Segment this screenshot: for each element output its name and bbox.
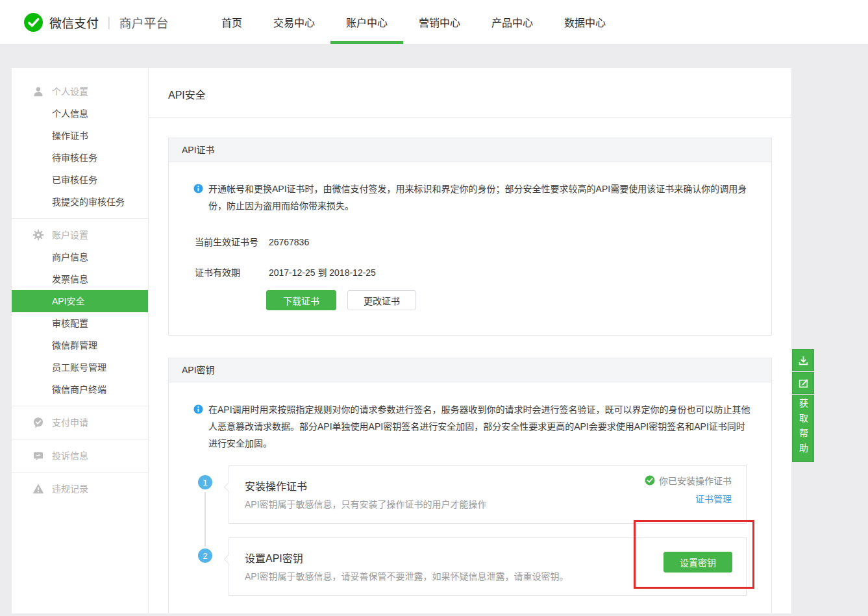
nav-tab-account[interactable]: 账户中心 bbox=[346, 0, 388, 44]
info-icon bbox=[193, 404, 203, 414]
sidebar-section-label: 违规记录 bbox=[52, 484, 88, 494]
nav-tab-data[interactable]: 数据中心 bbox=[564, 0, 606, 44]
sidebar-item-account-1[interactable]: 发票信息 bbox=[12, 268, 148, 290]
api-key-card: API密钥 在API调用时用来按照指定规则对你的请求参数进行签名，服务器收到你的… bbox=[168, 358, 772, 613]
sidebar-item-account-5[interactable]: 员工账号管理 bbox=[12, 356, 148, 378]
sidebar-section-title-complaint[interactable]: 投诉信息 bbox=[12, 445, 148, 467]
install-certificate-step-box: 安装操作证书 API密钥属于敏感信息，只有安装了操作证书的用户才能操作 你已安装… bbox=[229, 465, 747, 524]
install-certificate-step-title: 安装操作证书 bbox=[245, 478, 307, 493]
sidebar: 个人设置个人信息操作证书待审核任务已审核任务我提交的审核任务账户设置商户信息发票… bbox=[12, 68, 148, 613]
sidebar-section-title-personal[interactable]: 个人设置 bbox=[12, 80, 148, 103]
sidebar-item-personal-2[interactable]: 待审核任务 bbox=[12, 147, 148, 169]
api-certificate-card-header: API证书 bbox=[169, 138, 771, 162]
brand-platform-name: 商户平台 bbox=[119, 14, 168, 31]
sidebar-section-pay-apply: 支付申请 bbox=[12, 406, 148, 439]
sidebar-item-account-2[interactable]: API安全 bbox=[12, 290, 148, 312]
chat-check-icon bbox=[32, 417, 44, 428]
set-key-button[interactable]: 设置密钥 bbox=[663, 552, 732, 573]
sidebar-item-personal-3[interactable]: 已审核任务 bbox=[12, 169, 148, 191]
step-2-badge: 2 bbox=[198, 548, 212, 563]
sidebar-section-label: 账户设置 bbox=[52, 230, 88, 240]
sidebar-item-account-0[interactable]: 商户信息 bbox=[12, 246, 148, 268]
gear-icon bbox=[32, 229, 44, 241]
chat-icon bbox=[32, 450, 44, 462]
step-1-badge: 1 bbox=[198, 475, 212, 489]
user-icon bbox=[32, 86, 44, 97]
nav-tab-product[interactable]: 产品中心 bbox=[491, 0, 533, 44]
sidebar-section-title-account[interactable]: 账户设置 bbox=[12, 224, 148, 246]
certificate-installed-status: 你已安装操作证书 bbox=[645, 474, 732, 487]
sidebar-item-personal-4[interactable]: 我提交的审核任务 bbox=[12, 191, 148, 213]
certificate-info-text: 开通帐号和更换API证书时，由微信支付签发，用来标识和界定你的身份；部分安全性要… bbox=[208, 180, 752, 214]
install-certificate-step-desc: API密钥属于敏感信息，只有安装了操作证书的用户才能操作 bbox=[245, 497, 487, 510]
sidebar-section-complaint: 投诉信息 bbox=[12, 439, 148, 472]
step-box-notch bbox=[224, 482, 234, 493]
download-icon bbox=[798, 355, 809, 366]
certificate-info-row: 开通帐号和更换API证书时，由微信支付签发，用来标识和界定你的身份；部分安全性要… bbox=[193, 180, 752, 214]
sidebar-section-account: 账户设置商户信息发票信息API安全审核配置微信群管理员工账号管理微信商户终端 bbox=[12, 218, 148, 406]
brand-logo[interactable]: 微信支付 | 商户平台 bbox=[23, 0, 169, 44]
main-nav: 首页交易中心账户中心营销中心产品中心数据中心 bbox=[221, 0, 606, 44]
certificate-installed-text: 你已安装操作证书 bbox=[659, 474, 732, 487]
certificate-number-value: 26767836 bbox=[269, 237, 309, 247]
sidebar-section-label: 支付申请 bbox=[52, 417, 88, 428]
download-certificate-button[interactable]: 下载证书 bbox=[266, 290, 336, 310]
wechat-pay-merchant-platform: 微信支付 | 商户平台 首页交易中心账户中心营销中心产品中心数据中心 个人设置个… bbox=[0, 0, 868, 616]
sidebar-item-personal-1[interactable]: 操作证书 bbox=[12, 125, 148, 147]
sidebar-item-account-6[interactable]: 微信商户终端 bbox=[12, 378, 148, 400]
check-circle-icon bbox=[645, 475, 659, 486]
warning-icon bbox=[32, 483, 44, 495]
step-box-notch bbox=[224, 554, 234, 565]
sidebar-section-label: 个人设置 bbox=[52, 86, 88, 97]
certificate-validity-label: 证书有效期 bbox=[195, 265, 266, 278]
main-panel: API安全 API证书 开通帐号和更换API证书时，由微信支付签发，用来标识和界… bbox=[148, 68, 791, 613]
top-navbar: 微信支付 | 商户平台 首页交易中心账户中心营销中心产品中心数据中心 bbox=[0, 0, 868, 44]
api-key-info-row: 在API调用时用来按照指定规则对你的请求参数进行签名，服务器收到你的请求时会进行… bbox=[193, 401, 752, 452]
sidebar-section-title-pay-apply[interactable]: 支付申请 bbox=[12, 412, 148, 434]
certificate-number-label: 当前生效证书号 bbox=[195, 235, 266, 248]
download-float-button[interactable] bbox=[792, 349, 814, 371]
sidebar-item-account-3[interactable]: 审核配置 bbox=[12, 312, 148, 334]
title-divider bbox=[149, 117, 791, 117]
nav-tab-trade[interactable]: 交易中心 bbox=[273, 0, 315, 44]
certificate-manage-link[interactable]: 证书管理 bbox=[695, 492, 732, 505]
certificate-validity-value: 2017-12-25 到 2018-12-25 bbox=[269, 267, 376, 278]
wechat-pay-logo-icon bbox=[23, 12, 43, 32]
brand-product-name: 微信支付 bbox=[49, 14, 99, 31]
certificate-buttons-row: 下载证书 更改证书 bbox=[266, 290, 416, 310]
sidebar-section-violation: 违规记录 bbox=[12, 472, 148, 505]
set-api-key-step-box: 设置API密钥 API密钥属于敏感信息，请妥善保管不要泄露，如果怀疑信息泄露，请… bbox=[229, 537, 747, 596]
set-api-key-step-title: 设置API密钥 bbox=[245, 550, 303, 565]
certificate-validity-row: 证书有效期 2017-12-25 到 2018-12-25 bbox=[195, 265, 376, 278]
nav-tab-home[interactable]: 首页 bbox=[221, 0, 242, 44]
step-connector-line bbox=[205, 492, 206, 547]
sidebar-item-account-4[interactable]: 微信群管理 bbox=[12, 334, 148, 356]
current-certificate-row: 当前生效证书号 26767836 bbox=[195, 235, 309, 248]
get-help-button[interactable]: 获取帮助 bbox=[792, 395, 814, 462]
api-key-card-header: API密钥 bbox=[169, 358, 771, 382]
feedback-float-button[interactable] bbox=[792, 372, 814, 394]
get-help-label: 获取帮助 bbox=[792, 399, 814, 458]
floating-help-stack: 获取帮助 bbox=[792, 349, 814, 463]
page-title: API安全 bbox=[168, 86, 206, 102]
change-certificate-button[interactable]: 更改证书 bbox=[347, 290, 416, 310]
sidebar-item-personal-0[interactable]: 个人信息 bbox=[12, 103, 148, 125]
sidebar-section-title-violation[interactable]: 违规记录 bbox=[12, 478, 148, 500]
nav-tab-marketing[interactable]: 营销中心 bbox=[419, 0, 460, 44]
sidebar-section-label: 投诉信息 bbox=[52, 450, 88, 461]
info-icon bbox=[193, 184, 203, 193]
sidebar-section-personal: 个人设置个人信息操作证书待审核任务已审核任务我提交的审核任务 bbox=[12, 68, 148, 218]
api-certificate-card: API证书 开通帐号和更换API证书时，由微信支付签发，用来标识和界定你的身份；… bbox=[168, 138, 772, 336]
api-key-info-text: 在API调用时用来按照指定规则对你的请求参数进行签名，服务器收到你的请求时会进行… bbox=[208, 401, 752, 452]
brand-separator: | bbox=[107, 14, 110, 30]
set-api-key-step-desc: API密钥属于敏感信息，请妥善保管不要泄露，如果怀疑信息泄露，请重设密钥。 bbox=[245, 569, 569, 582]
edit-icon bbox=[798, 378, 809, 389]
